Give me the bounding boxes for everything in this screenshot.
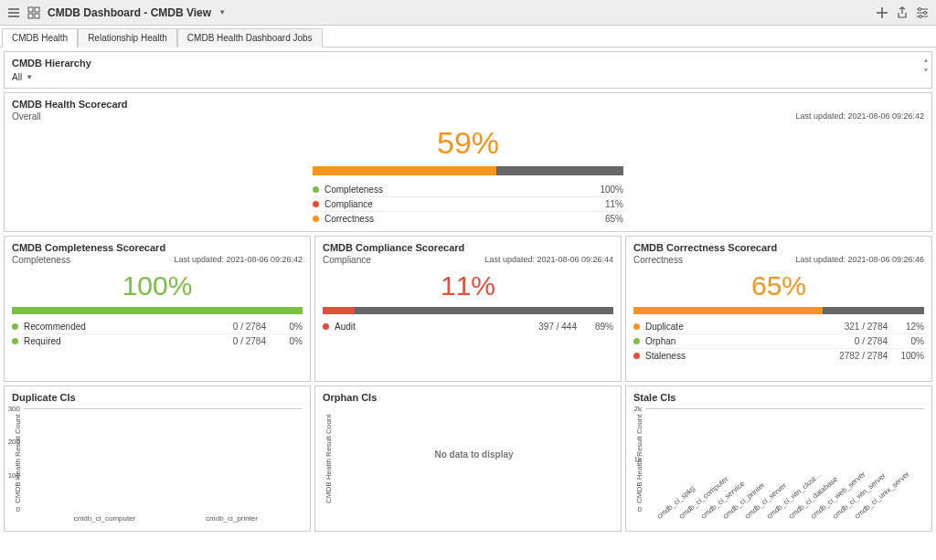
ytick: 2k — [634, 405, 642, 413]
title-dropdown-icon[interactable]: ▼ — [218, 8, 226, 16]
orphan-ylabel: CMDB Health Result Count — [323, 408, 335, 509]
ytick: 1k — [634, 455, 642, 463]
scorecard-subtitle: Overall — [12, 111, 924, 122]
hierarchy-selected: All — [12, 72, 22, 82]
panel-stale-chart: Stale CIs CMDB Health Result Count 2k 1k… — [625, 386, 932, 532]
duplicate-title: Duplicate CIs — [12, 392, 303, 403]
add-icon[interactable] — [876, 6, 888, 19]
panel-duplicate-chart: Duplicate CIs CMDB Health Result Count 3… — [4, 386, 311, 532]
row-required[interactable]: Required 0 / 2784 0% — [12, 334, 303, 348]
scorecard-bar — [313, 166, 623, 175]
stale-chart[interactable] — [645, 408, 924, 409]
tab-cmdb-health[interactable]: CMDB Health — [2, 28, 78, 48]
svg-point-5 — [924, 11, 927, 14]
panel-health-scorecard: CMDB Health Scorecard Overall Last updat… — [4, 92, 932, 232]
orphan-title: Orphan CIs — [323, 392, 613, 403]
row-recommended[interactable]: Recommended 0 / 2784 0% — [12, 320, 303, 334]
svg-rect-2 — [28, 14, 33, 18]
correctness-updated: Last updated: 2021-08-06 09:26:46 — [795, 255, 924, 264]
grid-icon[interactable] — [27, 6, 40, 19]
ytick: 0 — [638, 505, 642, 513]
tab-dashboard-jobs[interactable]: CMDB Health Dashboard Jobs — [177, 28, 323, 48]
stale-title: Stale CIs — [633, 392, 924, 403]
hierarchy-title: CMDB Hierarchy — [12, 58, 924, 69]
dot-icon — [633, 323, 640, 330]
dashboard-title: CMDB Dashboard - CMDB View — [48, 6, 211, 19]
row-staleness[interactable]: Staleness 2782 / 2784 100% — [633, 349, 924, 363]
svg-rect-0 — [28, 7, 33, 12]
completeness-updated: Last updated: 2021-08-06 09:26:42 — [174, 255, 303, 264]
compliance-bar — [323, 307, 613, 314]
correctness-title: CMDB Correctness Scorecard — [633, 242, 924, 253]
dot-icon — [12, 323, 18, 330]
compliance-pct: 11% — [323, 270, 613, 301]
dot-icon — [633, 353, 640, 359]
metric-completeness[interactable]: Completeness 100% — [313, 183, 623, 197]
tab-relationship-health[interactable]: Relationship Health — [78, 28, 177, 48]
completeness-bar — [12, 307, 303, 314]
panel-correctness: CMDB Correctness Scorecard Correctness L… — [625, 236, 932, 382]
hierarchy-down-icon[interactable]: ▾ — [924, 66, 928, 74]
dot-icon — [323, 323, 329, 330]
dot-icon — [633, 338, 640, 344]
hierarchy-selector[interactable]: All ▼ — [12, 72, 924, 82]
correctness-bar — [633, 307, 924, 314]
share-icon[interactable] — [896, 6, 909, 19]
ytick: 0 — [16, 505, 20, 513]
chevron-down-icon: ▼ — [26, 73, 33, 81]
dot-icon — [313, 186, 319, 193]
svg-point-6 — [920, 15, 922, 17]
panel-compliance: CMDB Compliance Scorecard Compliance Las… — [314, 236, 622, 382]
settings-icon[interactable] — [916, 6, 929, 19]
completeness-pct: 100% — [12, 270, 303, 301]
orphan-nodata: No data to display — [335, 408, 613, 500]
row-duplicate[interactable]: Duplicate 321 / 2784 12% — [633, 320, 924, 334]
ytick: 300 — [8, 405, 20, 413]
dot-icon — [313, 216, 319, 222]
svg-rect-3 — [35, 14, 39, 18]
duplicate-chart[interactable] — [24, 408, 303, 409]
ytick: 200 — [8, 438, 20, 446]
metric-compliance[interactable]: Compliance 11% — [313, 197, 623, 212]
completeness-title: CMDB Completeness Scorecard — [12, 242, 303, 253]
panel-orphan-chart: Orphan CIs CMDB Health Result Count No d… — [314, 386, 622, 532]
row-orphan[interactable]: Orphan 0 / 2784 0% — [633, 334, 924, 349]
scorecard-metrics: Completeness 100% Compliance 11% Correct… — [313, 183, 623, 226]
svg-rect-1 — [35, 7, 39, 12]
ytick: 100 — [8, 470, 20, 479]
compliance-title: CMDB Compliance Scorecard — [323, 242, 613, 253]
scorecard-updated: Last updated: 2021-08-06 09:26:42 — [795, 111, 924, 121]
topbar: CMDB Dashboard - CMDB View ▼ — [0, 0, 936, 26]
dot-icon — [12, 338, 18, 344]
menu-icon[interactable] — [7, 6, 20, 19]
panel-completeness: CMDB Completeness Scorecard Completeness… — [4, 236, 311, 382]
compliance-updated: Last updated: 2021-08-06 09:26:44 — [484, 255, 613, 264]
panel-hierarchy: CMDB Hierarchy All ▼ ▴ ▾ — [4, 51, 932, 89]
row-audit[interactable]: Audit 397 / 444 89% — [323, 320, 613, 333]
dot-icon — [313, 201, 319, 207]
scorecard-title: CMDB Health Scorecard — [12, 99, 924, 110]
xlabel: cmdb_ci_computer — [45, 514, 165, 523]
correctness-pct: 65% — [633, 270, 924, 301]
metric-correctness[interactable]: Correctness 65% — [313, 212, 623, 226]
scorecard-pct: 59% — [12, 125, 924, 161]
tab-bar: CMDB Health Relationship Health CMDB Hea… — [0, 26, 936, 48]
hierarchy-up-icon[interactable]: ▴ — [924, 56, 928, 64]
xlabel: cmdb_ci_printer — [172, 514, 292, 523]
svg-point-4 — [919, 7, 921, 10]
